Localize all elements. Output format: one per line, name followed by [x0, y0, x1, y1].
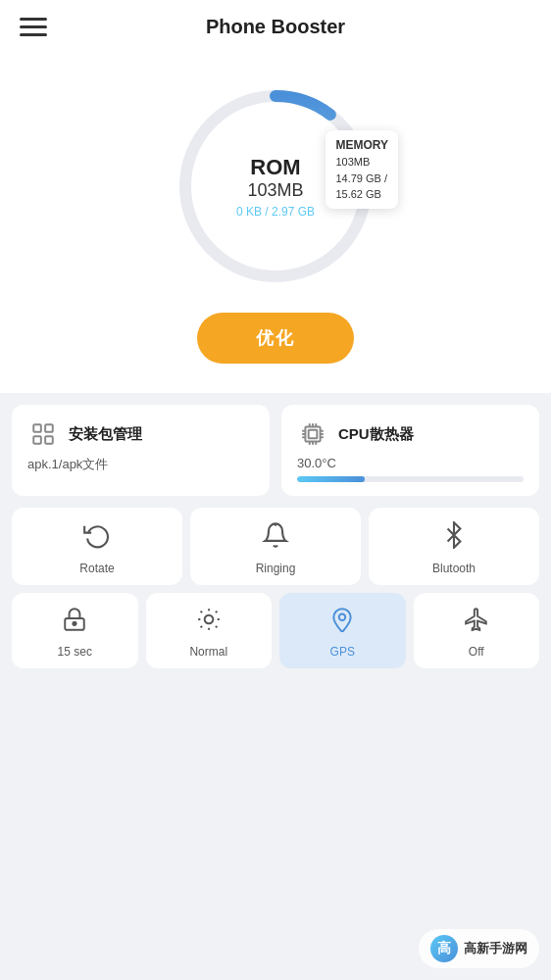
cpu-temp-bar [297, 476, 524, 482]
watermark-logo-text: 高 [437, 940, 451, 957]
tooltip-line1: 103MB [335, 154, 388, 171]
cpu-temp: 30.0°C [297, 456, 524, 470]
rom-label: ROM [236, 155, 315, 180]
toggle-row-2: 15 sec Normal [12, 593, 539, 668]
cpu-icon [297, 418, 328, 450]
quick-actions-grid: 安装包管理 apk.1/apk文件 [0, 393, 551, 496]
package-sub: apk.1/apk文件 [27, 456, 254, 473]
bluetooth-icon [440, 521, 468, 556]
svg-point-20 [74, 622, 76, 625]
cpu-temp-fill [297, 476, 365, 482]
gps-icon [329, 607, 355, 639]
bluetooth-label: Blutooth [432, 562, 476, 575]
toggle-lock[interactable]: 15 sec [12, 593, 138, 668]
package-manager-card[interactable]: 安装包管理 apk.1/apk文件 [12, 405, 270, 496]
svg-rect-4 [305, 426, 320, 441]
toggle-gps[interactable]: GPS [279, 593, 406, 668]
package-icon [27, 418, 59, 450]
optimize-button[interactable]: 优化 [197, 313, 354, 364]
svg-point-30 [339, 614, 346, 621]
tooltip-line2: 14.79 GB / [335, 171, 388, 187]
menu-button[interactable] [20, 18, 47, 36]
cpu-cooler-card[interactable]: CPU散热器 30.0°C [281, 405, 539, 496]
tooltip-title: MEMORY [335, 136, 388, 154]
svg-line-29 [216, 612, 218, 613]
rom-tooltip: MEMORY 103MB 14.79 GB / 15.62 GB [326, 130, 398, 209]
svg-line-25 [216, 626, 218, 628]
lock-icon [62, 607, 87, 639]
rom-value: 103MB [236, 180, 315, 201]
svg-rect-5 [309, 430, 318, 439]
rom-sub: 0 KB / 2.97 GB [236, 205, 315, 219]
svg-rect-1 [45, 424, 53, 432]
cpu-header: CPU散热器 [297, 418, 524, 450]
watermark-text: 高新手游网 [464, 940, 527, 957]
brightness-label: Normal [189, 645, 227, 659]
airplane-label: Off [469, 645, 484, 659]
svg-rect-2 [33, 436, 41, 444]
ringing-label: Ringing [256, 562, 296, 575]
svg-rect-3 [45, 436, 53, 444]
svg-rect-0 [33, 424, 41, 432]
toggle-airplane[interactable]: Off [414, 593, 540, 668]
tooltip-line3: 15.62 GB [335, 186, 388, 203]
package-title: 安装包管理 [69, 425, 142, 444]
watermark-logo: 高 [430, 935, 458, 962]
toggle-rotate[interactable]: Rotate [12, 508, 182, 585]
rom-text: ROM 103MB 0 KB / 2.97 GB [236, 155, 315, 219]
svg-line-28 [200, 626, 202, 628]
lock-label: 15 sec [58, 645, 92, 659]
gps-label: GPS [330, 645, 355, 659]
rotate-icon [83, 521, 111, 556]
cpu-title: CPU散热器 [338, 425, 414, 444]
ringing-icon [262, 521, 289, 556]
svg-line-24 [200, 612, 202, 613]
header: Phone Booster [0, 0, 551, 54]
toggle-row-1: Rotate Ringing Blutooth [12, 508, 539, 585]
rotate-label: Rotate [79, 562, 114, 575]
rom-gauge: ROM 103MB 0 KB / 2.97 GB MEMORY 103MB 14… [173, 83, 378, 289]
card-header: 安装包管理 [27, 418, 254, 450]
toggle-brightness[interactable]: Normal [146, 593, 273, 668]
page-title: Phone Booster [206, 16, 345, 38]
main-card: ROM 103MB 0 KB / 2.97 GB MEMORY 103MB 14… [0, 54, 551, 393]
toggle-bluetooth[interactable]: Blutooth [369, 508, 539, 585]
svg-point-21 [204, 615, 213, 624]
watermark: 高 高新手游网 [419, 929, 539, 968]
toggle-section: Rotate Ringing Blutooth [0, 496, 551, 688]
brightness-icon [196, 607, 222, 639]
toggle-ringing[interactable]: Ringing [190, 508, 361, 585]
airplane-icon [464, 607, 489, 639]
